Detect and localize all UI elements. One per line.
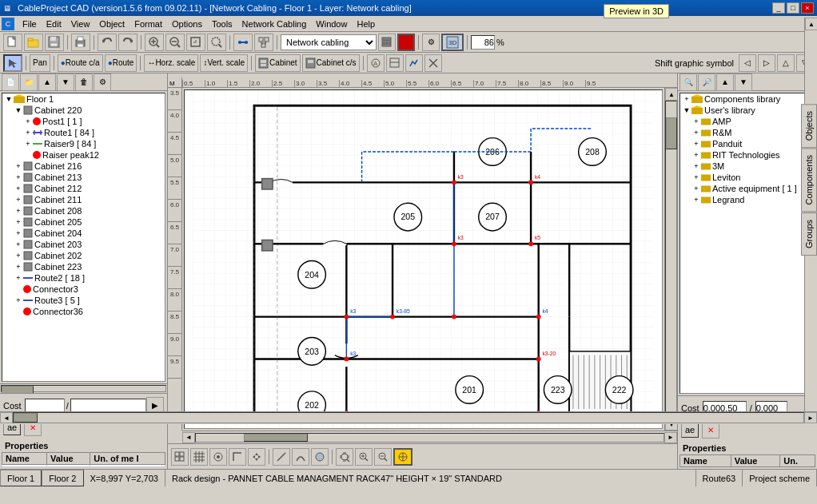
tree-cabinet205[interactable]: + Cabinet 205 [2,216,165,228]
menu-format[interactable]: Format [130,18,167,30]
crosshair-btn[interactable] [393,448,412,466]
tree-connector3[interactable]: Connector3 [2,284,165,295]
toggle-3m[interactable]: + [691,161,701,171]
tree-route2[interactable]: + Route2 [ 18 ] [2,272,165,284]
components-tab[interactable]: Components [801,148,817,212]
cost-input2[interactable] [70,399,146,413]
vscroll-up-btn[interactable]: ▲ [665,88,677,101]
toggle-cabinet211[interactable]: + [14,195,23,204]
zoom-out-btn2[interactable] [374,448,392,466]
zoom-out-button[interactable] [165,34,185,51]
toggle-cabinet202[interactable]: + [14,251,23,260]
toggle-panduit[interactable]: + [691,139,701,149]
left-hscroll-track[interactable] [1,385,166,392]
minimize-button[interactable]: _ [772,2,785,14]
right-tree-users-lib[interactable]: ▼ User's library [680,105,815,116]
toggle-root[interactable]: ▼ [4,94,14,104]
right-tree-amp[interactable]: + AMP [680,116,815,127]
tree-props-btn[interactable]: ⚙ [94,73,111,91]
move-btn[interactable] [248,448,265,466]
right-tree-btn1[interactable]: 🔍 [680,73,697,91]
right-hscroll-track[interactable] [13,412,804,423]
right-tree-btn2[interactable]: 🔎 [698,73,715,91]
tree-root[interactable]: ▼ Floor 1 [2,93,165,105]
tree-post1[interactable]: + Post1 [ 1 ] [2,116,165,127]
cable-button[interactable] [233,34,253,51]
toggle-leviton[interactable]: + [691,173,701,182]
toggle-cabinet212[interactable]: + [14,184,23,193]
objects-tab[interactable]: Objects [801,104,817,148]
toggle-route2[interactable]: + [14,273,23,283]
tree-route1[interactable]: + Route1 [ 84 ] [2,127,165,138]
shift-down-button[interactable]: ▷ [758,54,775,72]
tree-folder-btn[interactable]: 📁 [20,73,38,91]
open-button[interactable] [24,34,43,51]
zoom-input[interactable] [471,35,495,50]
tree-raiser9[interactable]: + Raiser9 [ 84 ] [2,138,165,149]
grid-btn[interactable] [171,448,189,466]
tree-raiser-peak12[interactable]: Raiser peak12 [2,149,165,161]
toggle-rit[interactable]: + [691,150,701,160]
ortho-btn[interactable] [229,448,246,466]
right-tree-legrand[interactable]: + Legrand [680,194,815,205]
arc-btn[interactable] [292,448,309,466]
toggle-cabinet205[interactable]: + [14,217,23,227]
right-tree-active[interactable]: + Active equipment [ 1 ] [680,183,815,194]
redo-button[interactable] [118,34,137,51]
canvas-hscroll[interactable]: ◄ ► [182,431,677,443]
layer-select[interactable]: Network cabling [281,34,377,50]
titlebar-controls[interactable]: _ □ × [772,2,814,14]
right-hscroll-thumb[interactable] [14,413,38,423]
tree-connector36[interactable]: Connector36 [2,306,165,317]
color-btn-red[interactable] [397,34,415,51]
tree-down-btn[interactable]: ▼ [57,73,74,91]
right-tree-components[interactable]: + Components library [680,93,815,105]
tb-extra-1[interactable]: A [367,54,385,72]
menu-edit[interactable]: Edit [42,18,66,30]
tree-cabinet203[interactable]: + Cabinet 203 [2,239,165,250]
right-tree-panduit[interactable]: + Panduit [680,138,815,149]
tree-delete-btn[interactable]: 🗑 [75,73,93,91]
new-button[interactable] [3,34,22,51]
hscroll-right-btn[interactable]: ► [664,432,677,443]
props-button[interactable]: ⚙ [422,34,440,51]
menu-object[interactable]: Object [94,18,130,30]
maximize-button[interactable]: □ [787,2,799,14]
toggle-connector36[interactable] [14,307,23,316]
cabinet-cs-button[interactable]: Cabinet c/s [302,54,360,72]
zoom-in-btn2[interactable] [355,448,373,466]
tree-view[interactable]: ▼ Floor 1 ▼ Cabinet 220 + Post1 [ 1 ] + … [2,93,165,382]
toggle-route1[interactable]: + [23,128,33,137]
snap-btn[interactable] [209,448,227,466]
tb-extra-2[interactable] [386,54,404,72]
shift-up-button[interactable]: △ [777,54,795,72]
tree-up-btn[interactable]: ▲ [38,73,56,91]
grid2-btn[interactable] [190,448,208,466]
menu-file[interactable]: File [18,18,42,30]
tree-cabinet212[interactable]: + Cabinet 212 [2,183,165,194]
right-ae-button[interactable]: ae [681,422,699,438]
left-hscroll[interactable] [0,383,167,393]
toggle-users-lib[interactable]: ▼ [682,105,691,115]
floor2-tab[interactable]: Floor 2 [42,470,83,486]
vscroll-thumb[interactable] [666,117,677,149]
toggle-cabinet213[interactable]: + [14,173,23,182]
menu-network-cabling[interactable]: Network Cabling [237,18,312,30]
menu-options[interactable]: Options [167,18,207,30]
tree-cabinet223[interactable]: + Cabinet 223 [2,261,165,272]
floor1-tab[interactable]: Floor 1 [0,470,42,486]
zoom-fit-button[interactable] [186,34,205,51]
toggle-cabinet203[interactable]: + [14,240,23,249]
cost-input[interactable] [25,399,65,413]
toggle-cabinet216[interactable]: + [14,161,23,171]
tree-cabinet211[interactable]: + Cabinet 211 [2,194,165,205]
toggle-connector3[interactable] [14,284,23,294]
right-tree-btn4[interactable]: ▼ [735,73,752,91]
menu-tools[interactable]: Tools [207,18,237,30]
tree-route3[interactable]: + Route3 [ 5 ] [2,295,165,306]
toggle-raiser9[interactable]: + [23,139,33,149]
line-btn[interactable] [273,448,290,466]
menu-help[interactable]: Help [352,18,380,30]
right-tree-3m[interactable]: + 3M [680,161,815,172]
toggle-route3[interactable]: + [14,296,23,305]
